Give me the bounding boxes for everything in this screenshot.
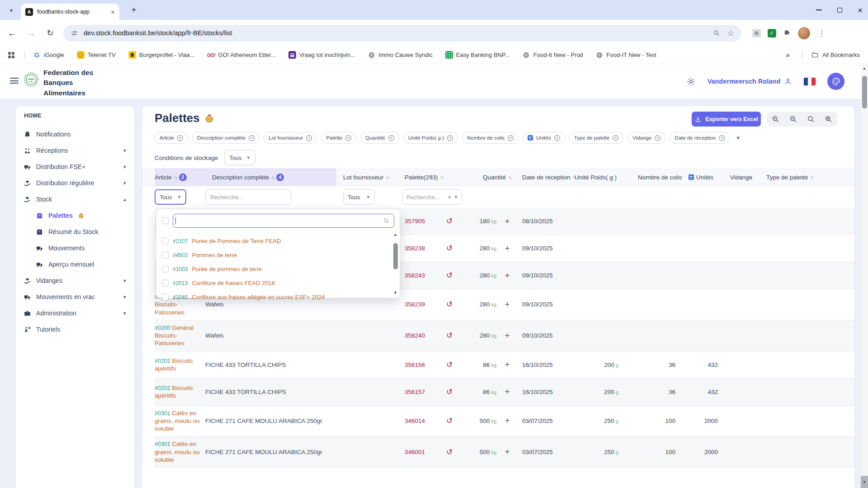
add-quantity-button[interactable]: + [499, 331, 515, 341]
column-header-vidange[interactable]: Vidange [723, 168, 760, 186]
add-quantity-button[interactable]: + [499, 244, 515, 253]
article-option[interactable]: #1003Purée de pommes de terre [156, 262, 400, 276]
sidebar-item-receptions[interactable]: Réceptions▼ [16, 142, 134, 159]
window-minimize-button[interactable] [816, 9, 822, 10]
mag-plus-icon[interactable] [821, 113, 836, 126]
site-settings-icon[interactable] [71, 29, 78, 37]
filter-chip-date-de-reception[interactable]: Date de réception× [670, 132, 730, 144]
remove-filter-icon[interactable]: × [306, 135, 312, 141]
column-header-colis[interactable]: Nombre de colis [631, 168, 682, 186]
column-header-description[interactable]: Description complète↑↓4 [205, 168, 336, 186]
bookmarks-overflow-chevron[interactable]: » [786, 51, 790, 59]
forward-button[interactable]: → [25, 28, 37, 38]
article-option[interactable]: #2040Confiture aux fraises allégée en su… [156, 290, 400, 304]
language-flag-fr-icon[interactable] [804, 78, 816, 85]
url-text[interactable]: dev.stock.foodbanksit.be/stock/app/fr-BE… [84, 29, 708, 37]
remove-filter-icon[interactable]: × [554, 135, 560, 141]
sort-icon[interactable]: ↑↓ [508, 175, 511, 180]
description-filter-input[interactable] [205, 189, 291, 205]
address-bar[interactable]: dev.stock.foodbanksit.be/stock/app/fr-BE… [63, 25, 741, 42]
sort-icon[interactable]: ↑↓ [810, 175, 813, 180]
column-header-units[interactable]: Unités [682, 168, 723, 186]
cell-palette-number[interactable]: 358238 [398, 245, 437, 252]
bookmark-item[interactable]: Food-IT New - Test [596, 51, 656, 59]
bookmark-star-icon[interactable]: ☆ [727, 28, 734, 38]
column-header-article[interactable]: Article↑↓2 [155, 168, 205, 186]
bookmark-item[interactable]: Vraag tot inschrijvin... [288, 51, 355, 59]
column-header-date[interactable]: Date de réception↑↓ [515, 168, 568, 186]
option-checkbox[interactable] [162, 252, 169, 258]
remove-filter-icon[interactable]: × [447, 135, 453, 141]
add-quantity-button[interactable]: + [499, 416, 515, 426]
sort-icon[interactable]: ↑↓ [440, 175, 443, 180]
column-header-palette[interactable]: Palette(293)↑↓ [398, 168, 462, 186]
filter-chip-article[interactable]: Article× [155, 132, 188, 144]
remove-filter-icon[interactable]: × [388, 135, 394, 141]
history-undo-icon[interactable]: ↺ [437, 331, 462, 340]
sidebar-item-resume-du-stock[interactable]: Résumé du Stock [16, 224, 134, 240]
window-maximize-button[interactable] [837, 8, 842, 13]
export-excel-button[interactable]: Exporter vers Excel [692, 112, 761, 127]
filter-chip-description-complete[interactable]: Description complète× [192, 132, 259, 144]
menu-hamburger-icon[interactable] [10, 78, 19, 84]
scrollbar-thumb[interactable] [393, 243, 398, 269]
history-undo-icon[interactable]: ↺ [437, 360, 462, 370]
bookmark-item[interactable]: Food-It New - Prod [523, 51, 583, 59]
sidebar-item-mouvements[interactable]: Mouvements [16, 240, 134, 256]
table-row[interactable]: #0301 Cafés en grains, moulu ou solubleF… [155, 436, 854, 468]
sidebar-item-apercu-mensuel[interactable]: Aperçu mensuel [16, 256, 134, 272]
remove-filter-icon[interactable]: × [249, 135, 255, 141]
sidebar-item-mouvements-en-vrac[interactable]: Mouvements en vrac▼ [16, 289, 134, 305]
filter-chip-unite-poids-g-[interactable]: Unité Poids( g )× [403, 132, 458, 144]
history-undo-icon[interactable]: ↺ [437, 416, 462, 426]
user-menu[interactable]: Vandermeersch Roland [708, 77, 792, 85]
zoom-page-icon[interactable] [713, 29, 720, 37]
palette-filter-combo[interactable]: Recherche...×▼ [402, 189, 462, 205]
chips-expand-chevron-icon[interactable]: ▼ [736, 135, 741, 141]
scroll-up-icon[interactable]: ▲ [393, 233, 397, 237]
add-quantity-button[interactable]: + [499, 300, 515, 310]
column-header-type[interactable]: Type de palette↑↓ [760, 168, 854, 186]
table-row[interactable]: #0202 Biscuits apéritifsFICHE 433 TORTIL… [155, 379, 854, 406]
sort-icon[interactable]: ↑↓ [271, 175, 274, 180]
window-close-button[interactable]: × [858, 6, 863, 14]
sidebar-item-tutoriels[interactable]: Tutoriels [16, 321, 134, 338]
history-undo-icon[interactable]: ↺ [437, 271, 462, 280]
option-checkbox[interactable] [162, 238, 169, 244]
bookmark-item[interactable]: Telenet TV [77, 51, 116, 59]
cell-palette-number[interactable]: 358240 [398, 332, 437, 339]
history-undo-icon[interactable]: ↺ [437, 300, 462, 309]
table-row[interactable]: #0202 Biscuits apéritifsFICHE 433 TORTIL… [155, 352, 854, 379]
scroll-down-icon[interactable]: ▼ [861, 476, 868, 488]
mag-minus-icon[interactable] [768, 113, 783, 126]
sidebar-item-vidanges[interactable]: Vidanges▼ [16, 272, 134, 289]
filter-chip-unites[interactable]: Unités× [523, 132, 565, 144]
article-search-input[interactable] [179, 217, 379, 224]
reload-button[interactable]: ↻ [44, 28, 56, 38]
option-checkbox[interactable] [162, 280, 169, 286]
cell-palette-number[interactable]: 346001 [398, 449, 437, 455]
cell-palette-number[interactable]: 358243 [398, 272, 437, 279]
scroll-down-icon[interactable]: ▼ [393, 291, 397, 295]
theme-toggle-sun-icon[interactable] [686, 77, 696, 86]
history-undo-icon[interactable]: ↺ [437, 447, 462, 457]
sort-icon[interactable]: ↑↓ [174, 175, 177, 180]
remove-filter-icon[interactable]: × [719, 135, 725, 141]
extension-icon[interactable] [752, 29, 761, 38]
bookmark-item[interactable]: GO!GO! Atheneum Etter... [208, 51, 276, 59]
add-quantity-button[interactable]: + [499, 216, 515, 226]
page-scrollbar[interactable]: ▲ ▼ [861, 64, 868, 488]
bookmark-item[interactable]: Immo Cauwe Syndic [368, 51, 433, 59]
tab-close-icon[interactable]: × [111, 9, 115, 15]
scrollbar-thumb[interactable] [862, 76, 867, 108]
sort-icon[interactable]: ↑↓ [386, 175, 388, 180]
cell-palette-number[interactable]: 356156 [398, 361, 437, 368]
bookmark-item[interactable]: GiGoogle [33, 51, 64, 59]
sidebar-item-distribution-fse-[interactable]: Distribution FSE+▼ [16, 159, 134, 175]
cell-palette-number[interactable]: 357905 [398, 218, 437, 225]
filter-chip-vidange[interactable]: Vidange× [627, 132, 665, 144]
filter-chip-lot-fournisseur[interactable]: Lot fournisseur× [264, 132, 317, 144]
cell-palette-number[interactable]: 346014 [398, 418, 437, 424]
filter-chip-palette[interactable]: Palette× [321, 132, 356, 144]
article-search-box[interactable] [173, 214, 394, 228]
